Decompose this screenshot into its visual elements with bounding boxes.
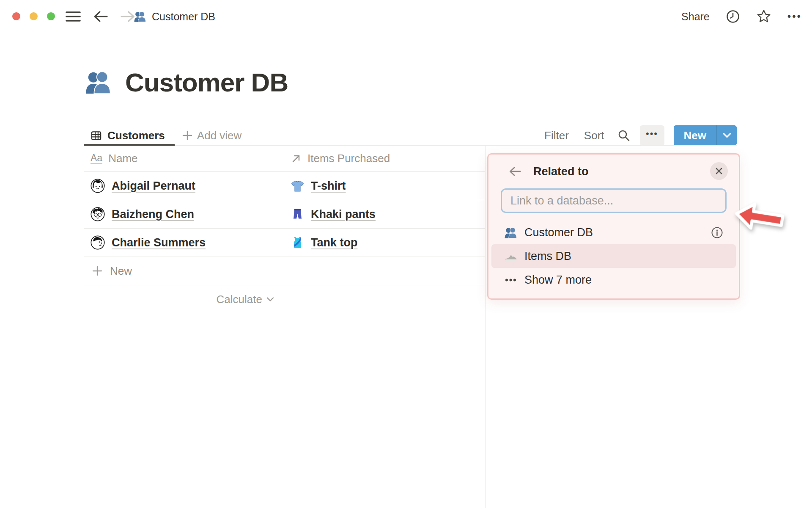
new-button[interactable]: New [674,125,716,146]
column-header-items-purchased[interactable]: Items Purchased [279,146,485,171]
avatar-abigail [91,179,105,193]
relation-arrow-icon [291,153,302,164]
sort-button[interactable]: Sort [584,129,604,142]
history-button[interactable] [726,9,740,24]
show-more-label: Show 7 more [524,273,592,287]
page-title[interactable]: Customer DB [125,67,288,97]
calculate-label: Calculate [217,293,262,306]
column-header-name[interactable]: Aa Name [84,146,279,171]
titlebar-actions: Share ••• [681,0,802,33]
nav-controls [65,0,135,33]
items-cell[interactable]: Tank top [279,229,485,257]
items-cell[interactable]: Khaki pants [279,200,485,228]
minimize-window-button[interactable] [30,12,38,20]
related-to-popup: Related to Customer DB [487,153,740,300]
plus-icon [92,265,103,276]
tab-label: Customers [107,129,165,142]
traffic-lights [12,12,55,20]
search-icon [617,129,631,142]
view-options-button[interactable]: ••• [640,125,664,146]
name-cell[interactable]: Charlie Summers [84,229,279,257]
dots-icon [504,273,517,287]
breadcrumb[interactable]: Customer DB [134,0,215,33]
popup-title: Related to [533,165,589,178]
back-arrow-icon [93,10,108,23]
new-row-label: New [110,265,132,278]
row-item-link[interactable]: T-shirt [311,179,346,193]
table-row: Baizheng Chen Khaki pants [84,200,485,229]
calculate-button[interactable]: Calculate [84,285,279,313]
zoom-window-button[interactable] [47,12,55,20]
app-window: Customer DB Share ••• [0,0,812,508]
more-options-button[interactable]: ••• [787,11,802,22]
forward-button[interactable] [120,10,135,23]
list-item-items-db[interactable]: Items DB [491,244,736,268]
popup-back-button[interactable] [509,166,521,177]
chevron-down-icon [722,132,732,139]
search-button[interactable] [617,129,631,142]
row-name-link[interactable]: Baizheng Chen [112,208,194,221]
column-divider[interactable] [279,146,279,287]
filter-button[interactable]: Filter [544,129,569,142]
name-cell[interactable]: Abigail Pernaut [84,172,279,200]
tab-customers[interactable]: Customers [84,129,165,142]
popup-close-button[interactable] [710,162,728,180]
link-database-input[interactable] [501,188,727,213]
items-cell[interactable]: T-shirt [279,172,485,200]
share-button[interactable]: Share [681,11,710,23]
new-split-button: New [674,125,737,146]
forward-arrow-icon [120,10,135,23]
add-view-button[interactable]: Add view [182,129,242,142]
row-name-link[interactable]: Abigail Pernaut [112,179,195,193]
list-item-label: Items DB [524,250,571,263]
list-item-customer-db[interactable]: Customer DB [491,221,736,244]
people-icon [504,226,517,239]
sidebar-menu-button[interactable] [65,10,81,23]
hamburger-icon [65,10,81,23]
add-view-label: Add view [197,129,242,142]
popup-header: Related to [488,162,739,181]
name-cell[interactable]: Baizheng Chen [84,200,279,228]
ellipsis-icon: ••• [646,128,658,143]
avatar-charlie [91,235,105,250]
database-list: Customer DB Items DB [491,221,736,292]
jeans-icon [291,207,304,221]
people-icon[interactable] [85,69,112,96]
window-titlebar: Customer DB Share ••• [0,0,812,33]
tshirt-icon [291,179,304,193]
people-icon [134,10,146,23]
table-header-row: Aa Name Items Purchased [84,146,485,172]
close-window-button[interactable] [12,12,20,20]
table-view-icon [91,130,102,141]
show-more-button[interactable]: Show 7 more [491,268,736,292]
toolbar-actions: Filter Sort ••• New [544,125,737,146]
clock-icon [726,9,740,24]
back-arrow-icon [509,166,521,177]
table-row: Abigail Pernaut T-shirt [84,172,485,200]
page-header: Customer DB [85,67,288,97]
new-row-button[interactable]: New [84,257,485,285]
view-toolbar: Customers Add view Filter Sort ••• New [84,125,737,146]
info-icon [711,226,723,239]
customers-table: Aa Name Items Purchased [84,146,485,313]
star-icon [756,9,771,24]
sneaker-icon [504,250,517,263]
table-row: Charlie Summers Tank top [84,229,485,257]
row-item-link[interactable]: Tank top [311,236,358,249]
row-item-link[interactable]: Khaki pants [311,208,376,221]
new-dropdown-button[interactable] [716,125,737,146]
favorite-button[interactable] [756,9,771,24]
table-right-divider[interactable] [485,146,486,508]
close-icon [715,167,723,175]
annotation-arrow-icon [732,199,786,236]
row-name-link[interactable]: Charlie Summers [112,236,206,249]
text-property-icon: Aa [91,153,102,164]
back-button[interactable] [93,10,108,23]
breadcrumb-title: Customer DB [152,11,215,23]
avatar-baizheng [91,207,105,221]
info-button[interactable] [711,226,723,239]
column-name-label: Name [108,152,137,165]
chevron-down-icon [266,296,274,302]
list-item-label: Customer DB [524,226,593,239]
column-items-label: Items Purchased [307,152,390,165]
